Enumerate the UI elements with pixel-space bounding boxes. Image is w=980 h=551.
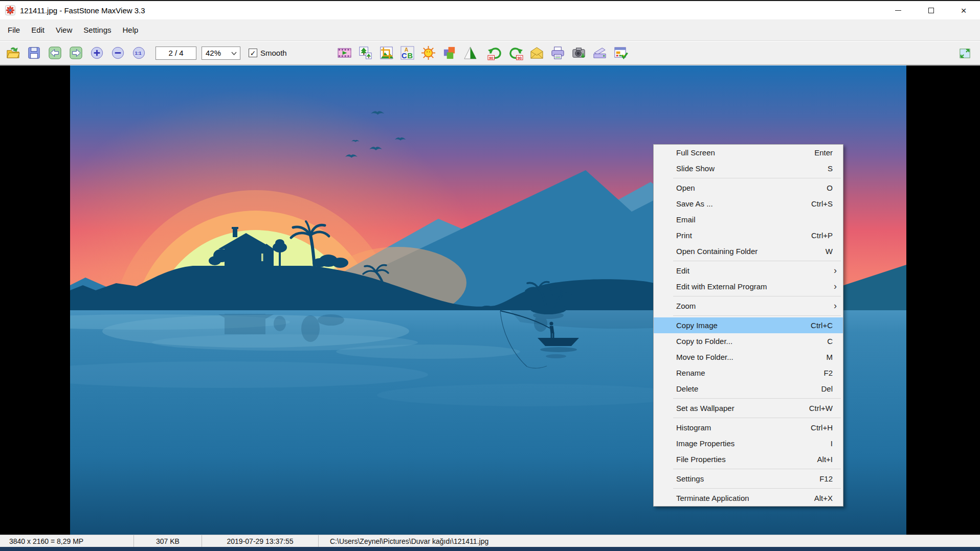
- menu-item-label: Zoom: [676, 302, 834, 310]
- fullscreen-button[interactable]: [956, 44, 973, 62]
- menu-item-shortcut: C: [827, 337, 833, 346]
- submenu-arrow-icon: ›: [834, 301, 837, 311]
- color-adjust-button[interactable]: A C B: [399, 44, 416, 62]
- menu-help[interactable]: Help: [117, 19, 144, 40]
- actual-size-button[interactable]: 1:1: [130, 44, 147, 62]
- save-button[interactable]: [25, 44, 42, 62]
- context-menu-item-histogram[interactable]: HistogramCtrl+H: [654, 420, 843, 435]
- context-menu-item-print[interactable]: PrintCtrl+P: [654, 227, 843, 243]
- screen-capture-button[interactable]: [570, 44, 588, 62]
- menu-settings[interactable]: Settings: [78, 19, 117, 40]
- slideshow-icon: [337, 45, 352, 60]
- context-menu-item-image-properties[interactable]: Image PropertiesI: [654, 435, 843, 451]
- maximize-icon: [928, 8, 934, 13]
- context-menu-item-email[interactable]: Email: [654, 212, 843, 227]
- menu-item-shortcut: Ctrl+S: [811, 199, 833, 208]
- context-menu-item-zoom[interactable]: Zoom›: [654, 298, 843, 314]
- context-menu-item-save-as[interactable]: Save As ...Ctrl+S: [654, 196, 843, 212]
- menu-item-label: Copy Image: [676, 321, 811, 330]
- toolbar: 1:1 2 / 4 42% ✓ Smooth: [0, 41, 980, 65]
- forward-arrow-icon: [69, 45, 83, 60]
- context-menu-item-open[interactable]: OpenO: [654, 180, 843, 196]
- open-button[interactable]: [4, 44, 21, 62]
- context-menu-item-slide-show[interactable]: Slide ShowS: [654, 160, 843, 176]
- menu-item-label: Delete: [676, 384, 821, 393]
- context-menu-item-open-containing-folder[interactable]: Open Containing FolderW: [654, 243, 843, 259]
- menu-item-label: Terminate Application: [676, 494, 814, 502]
- menu-item-shortcut: F2: [823, 369, 833, 377]
- context-menu-item-copy-image[interactable]: Copy ImageCtrl+C: [654, 317, 843, 333]
- menu-item-label: Slide Show: [676, 164, 828, 173]
- rotate-left-button[interactable]: 90: [486, 44, 504, 62]
- menu-item-shortcut: I: [831, 439, 833, 448]
- menu-edit[interactable]: Edit: [26, 19, 50, 40]
- status-file-path: C:\Users\Zeynel\Pictures\Duvar kağıdı\12…: [319, 535, 980, 547]
- menu-item-label: Rename: [676, 369, 823, 377]
- rotate-right-icon: 90: [508, 45, 523, 60]
- context-menu-item-terminate-application[interactable]: Terminate ApplicationAlt+X: [654, 490, 843, 506]
- page-indicator[interactable]: 2 / 4: [155, 47, 196, 60]
- menu-separator: [673, 261, 841, 261]
- image-viewer[interactable]: Full ScreenEnterSlide ShowSOpenOSave As …: [0, 65, 980, 535]
- close-button[interactable]: ×: [947, 1, 980, 19]
- menu-item-shortcut: W: [826, 247, 833, 256]
- camera-icon: [571, 45, 586, 60]
- context-menu-item-rename[interactable]: RenameF2: [654, 365, 843, 381]
- context-menu-item-settings[interactable]: SettingsF12: [654, 471, 843, 487]
- next-image-button[interactable]: [67, 44, 84, 62]
- open-folder-icon: [6, 45, 20, 60]
- menu-item-shortcut: Alt+I: [817, 455, 833, 464]
- menu-item-label: Open: [676, 183, 827, 192]
- menu-separator: [673, 296, 841, 296]
- context-menu-item-move-to-folder[interactable]: Move to Folder...M: [654, 349, 843, 365]
- print-button[interactable]: [549, 44, 567, 62]
- zoom-out-icon: [110, 45, 125, 60]
- context-menu-item-full-screen[interactable]: Full ScreenEnter: [654, 145, 843, 160]
- menu-item-label: Move to Folder...: [676, 353, 827, 361]
- page-indicator-value: 2 / 4: [168, 49, 183, 57]
- status-dimensions: 3840 x 2160 = 8,29 MP: [0, 535, 134, 547]
- scan-button[interactable]: [591, 44, 609, 62]
- submenu-arrow-icon: ›: [834, 265, 837, 276]
- context-menu-item-set-as-wallpaper[interactable]: Set as WallpaperCtrl+W: [654, 400, 843, 416]
- window-title: 121411.jpg - FastStone MaxView 3.3: [20, 6, 145, 15]
- menu-item-label: Edit with External Program: [676, 282, 834, 291]
- brightness-button[interactable]: [420, 44, 437, 62]
- menu-separator: [673, 398, 841, 399]
- menu-item-label: Print: [676, 231, 811, 240]
- crop-button[interactable]: [378, 44, 395, 62]
- bottom-strip: [0, 547, 980, 551]
- menu-item-shortcut: Ctrl+C: [811, 321, 833, 330]
- menu-view[interactable]: View: [50, 19, 78, 40]
- sharpen-button[interactable]: [462, 44, 479, 62]
- previous-image-button[interactable]: [46, 44, 63, 62]
- smooth-checkbox[interactable]: ✓: [249, 49, 257, 57]
- svg-text:C: C: [402, 52, 407, 60]
- menu-separator: [673, 418, 841, 418]
- context-menu-item-edit[interactable]: Edit›: [654, 263, 843, 279]
- fullscreen-icon: [957, 46, 972, 61]
- titlebar: 121411.jpg - FastStone MaxView 3.3 ×: [0, 1, 980, 19]
- settings-button[interactable]: [612, 44, 630, 62]
- zoom-out-button[interactable]: [109, 44, 126, 62]
- slideshow-button[interactable]: [336, 44, 353, 62]
- zoom-in-button[interactable]: [88, 44, 105, 62]
- menu-file[interactable]: File: [2, 19, 26, 40]
- menu-separator: [673, 469, 841, 469]
- context-menu-item-file-properties[interactable]: File PropertiesAlt+I: [654, 451, 843, 467]
- context-menu-item-edit-with-external-program[interactable]: Edit with External Program›: [654, 279, 843, 294]
- context-menu-item-delete[interactable]: DeleteDel: [654, 381, 843, 397]
- colors-button[interactable]: [441, 44, 458, 62]
- maximize-button[interactable]: [915, 1, 947, 19]
- email-button[interactable]: [528, 44, 546, 62]
- resize-button[interactable]: [357, 44, 374, 62]
- close-icon: ×: [961, 6, 966, 15]
- rotate-right-button[interactable]: 90: [507, 44, 525, 62]
- zoom-value: 42%: [206, 49, 221, 57]
- zoom-in-icon: [90, 45, 104, 60]
- menu-item-label: Image Properties: [676, 439, 831, 448]
- minimize-button[interactable]: [882, 1, 915, 19]
- menu-item-label: Email: [676, 215, 833, 224]
- context-menu-item-copy-to-folder[interactable]: Copy to Folder...C: [654, 333, 843, 349]
- zoom-select[interactable]: 42%: [202, 47, 240, 60]
